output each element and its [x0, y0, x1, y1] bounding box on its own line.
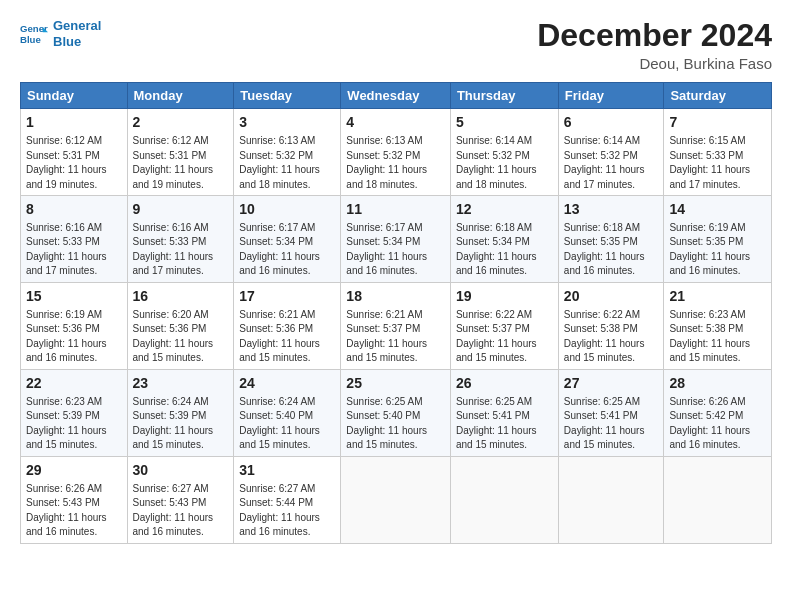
- day-info: Sunrise: 6:24 AMSunset: 5:39 PMDaylight:…: [133, 396, 214, 451]
- calendar-week-row: 22Sunrise: 6:23 AMSunset: 5:39 PMDayligh…: [21, 369, 772, 456]
- day-number: 2: [133, 113, 229, 132]
- title-block: December 2024 Deou, Burkina Faso: [537, 18, 772, 72]
- table-row: 27Sunrise: 6:25 AMSunset: 5:41 PMDayligh…: [558, 369, 664, 456]
- day-info: Sunrise: 6:24 AMSunset: 5:40 PMDaylight:…: [239, 396, 320, 451]
- day-number: 1: [26, 113, 122, 132]
- day-number: 28: [669, 374, 766, 393]
- day-info: Sunrise: 6:21 AMSunset: 5:37 PMDaylight:…: [346, 309, 427, 364]
- table-row: [341, 456, 451, 543]
- day-info: Sunrise: 6:19 AMSunset: 5:35 PMDaylight:…: [669, 222, 750, 277]
- table-row: 8Sunrise: 6:16 AMSunset: 5:33 PMDaylight…: [21, 196, 128, 283]
- table-row: 4Sunrise: 6:13 AMSunset: 5:32 PMDaylight…: [341, 109, 451, 196]
- table-row: 20Sunrise: 6:22 AMSunset: 5:38 PMDayligh…: [558, 282, 664, 369]
- day-info: Sunrise: 6:19 AMSunset: 5:36 PMDaylight:…: [26, 309, 107, 364]
- calendar-header-row: Sunday Monday Tuesday Wednesday Thursday…: [21, 83, 772, 109]
- day-number: 12: [456, 200, 553, 219]
- col-sunday: Sunday: [21, 83, 128, 109]
- day-number: 13: [564, 200, 659, 219]
- logo-icon: General Blue: [20, 20, 48, 48]
- day-number: 7: [669, 113, 766, 132]
- table-row: 6Sunrise: 6:14 AMSunset: 5:32 PMDaylight…: [558, 109, 664, 196]
- col-wednesday: Wednesday: [341, 83, 451, 109]
- calendar-table: Sunday Monday Tuesday Wednesday Thursday…: [20, 82, 772, 543]
- table-row: [664, 456, 772, 543]
- day-info: Sunrise: 6:22 AMSunset: 5:38 PMDaylight:…: [564, 309, 645, 364]
- logo-blue: Blue: [53, 34, 81, 49]
- day-number: 30: [133, 461, 229, 480]
- logo-text-block: General Blue: [53, 18, 101, 49]
- day-number: 25: [346, 374, 445, 393]
- table-row: 14Sunrise: 6:19 AMSunset: 5:35 PMDayligh…: [664, 196, 772, 283]
- table-row: 22Sunrise: 6:23 AMSunset: 5:39 PMDayligh…: [21, 369, 128, 456]
- table-row: 30Sunrise: 6:27 AMSunset: 5:43 PMDayligh…: [127, 456, 234, 543]
- header: General Blue General Blue December 2024 …: [20, 18, 772, 72]
- day-info: Sunrise: 6:21 AMSunset: 5:36 PMDaylight:…: [239, 309, 320, 364]
- table-row: 16Sunrise: 6:20 AMSunset: 5:36 PMDayligh…: [127, 282, 234, 369]
- logo: General Blue General Blue: [20, 18, 101, 49]
- table-row: 3Sunrise: 6:13 AMSunset: 5:32 PMDaylight…: [234, 109, 341, 196]
- day-info: Sunrise: 6:20 AMSunset: 5:36 PMDaylight:…: [133, 309, 214, 364]
- table-row: 12Sunrise: 6:18 AMSunset: 5:34 PMDayligh…: [450, 196, 558, 283]
- day-number: 18: [346, 287, 445, 306]
- table-row: 31Sunrise: 6:27 AMSunset: 5:44 PMDayligh…: [234, 456, 341, 543]
- table-row: 19Sunrise: 6:22 AMSunset: 5:37 PMDayligh…: [450, 282, 558, 369]
- day-number: 14: [669, 200, 766, 219]
- table-row: [450, 456, 558, 543]
- day-number: 21: [669, 287, 766, 306]
- col-monday: Monday: [127, 83, 234, 109]
- day-info: Sunrise: 6:16 AMSunset: 5:33 PMDaylight:…: [26, 222, 107, 277]
- day-info: Sunrise: 6:18 AMSunset: 5:35 PMDaylight:…: [564, 222, 645, 277]
- day-number: 6: [564, 113, 659, 132]
- day-info: Sunrise: 6:17 AMSunset: 5:34 PMDaylight:…: [239, 222, 320, 277]
- day-info: Sunrise: 6:25 AMSunset: 5:40 PMDaylight:…: [346, 396, 427, 451]
- location: Deou, Burkina Faso: [537, 55, 772, 72]
- table-row: 7Sunrise: 6:15 AMSunset: 5:33 PMDaylight…: [664, 109, 772, 196]
- day-number: 10: [239, 200, 335, 219]
- day-number: 16: [133, 287, 229, 306]
- day-info: Sunrise: 6:23 AMSunset: 5:38 PMDaylight:…: [669, 309, 750, 364]
- table-row: 25Sunrise: 6:25 AMSunset: 5:40 PMDayligh…: [341, 369, 451, 456]
- day-info: Sunrise: 6:16 AMSunset: 5:33 PMDaylight:…: [133, 222, 214, 277]
- table-row: 11Sunrise: 6:17 AMSunset: 5:34 PMDayligh…: [341, 196, 451, 283]
- table-row: 5Sunrise: 6:14 AMSunset: 5:32 PMDaylight…: [450, 109, 558, 196]
- day-info: Sunrise: 6:25 AMSunset: 5:41 PMDaylight:…: [564, 396, 645, 451]
- calendar-week-row: 29Sunrise: 6:26 AMSunset: 5:43 PMDayligh…: [21, 456, 772, 543]
- day-number: 24: [239, 374, 335, 393]
- logo-general: General: [53, 18, 101, 33]
- day-info: Sunrise: 6:14 AMSunset: 5:32 PMDaylight:…: [564, 135, 645, 190]
- day-info: Sunrise: 6:27 AMSunset: 5:44 PMDaylight:…: [239, 483, 320, 538]
- page: General Blue General Blue December 2024 …: [0, 0, 792, 554]
- table-row: 21Sunrise: 6:23 AMSunset: 5:38 PMDayligh…: [664, 282, 772, 369]
- table-row: 15Sunrise: 6:19 AMSunset: 5:36 PMDayligh…: [21, 282, 128, 369]
- table-row: 1Sunrise: 6:12 AMSunset: 5:31 PMDaylight…: [21, 109, 128, 196]
- day-number: 26: [456, 374, 553, 393]
- day-number: 8: [26, 200, 122, 219]
- calendar-body: 1Sunrise: 6:12 AMSunset: 5:31 PMDaylight…: [21, 109, 772, 543]
- day-number: 4: [346, 113, 445, 132]
- table-row: 23Sunrise: 6:24 AMSunset: 5:39 PMDayligh…: [127, 369, 234, 456]
- day-info: Sunrise: 6:18 AMSunset: 5:34 PMDaylight:…: [456, 222, 537, 277]
- day-info: Sunrise: 6:12 AMSunset: 5:31 PMDaylight:…: [26, 135, 107, 190]
- day-info: Sunrise: 6:12 AMSunset: 5:31 PMDaylight:…: [133, 135, 214, 190]
- day-number: 29: [26, 461, 122, 480]
- table-row: 9Sunrise: 6:16 AMSunset: 5:33 PMDaylight…: [127, 196, 234, 283]
- table-row: 2Sunrise: 6:12 AMSunset: 5:31 PMDaylight…: [127, 109, 234, 196]
- day-number: 5: [456, 113, 553, 132]
- day-number: 3: [239, 113, 335, 132]
- day-number: 17: [239, 287, 335, 306]
- day-info: Sunrise: 6:15 AMSunset: 5:33 PMDaylight:…: [669, 135, 750, 190]
- col-thursday: Thursday: [450, 83, 558, 109]
- table-row: [558, 456, 664, 543]
- day-number: 9: [133, 200, 229, 219]
- col-saturday: Saturday: [664, 83, 772, 109]
- table-row: 17Sunrise: 6:21 AMSunset: 5:36 PMDayligh…: [234, 282, 341, 369]
- day-info: Sunrise: 6:26 AMSunset: 5:43 PMDaylight:…: [26, 483, 107, 538]
- day-number: 31: [239, 461, 335, 480]
- table-row: 18Sunrise: 6:21 AMSunset: 5:37 PMDayligh…: [341, 282, 451, 369]
- table-row: 29Sunrise: 6:26 AMSunset: 5:43 PMDayligh…: [21, 456, 128, 543]
- col-friday: Friday: [558, 83, 664, 109]
- day-info: Sunrise: 6:27 AMSunset: 5:43 PMDaylight:…: [133, 483, 214, 538]
- table-row: 10Sunrise: 6:17 AMSunset: 5:34 PMDayligh…: [234, 196, 341, 283]
- day-number: 19: [456, 287, 553, 306]
- day-info: Sunrise: 6:13 AMSunset: 5:32 PMDaylight:…: [239, 135, 320, 190]
